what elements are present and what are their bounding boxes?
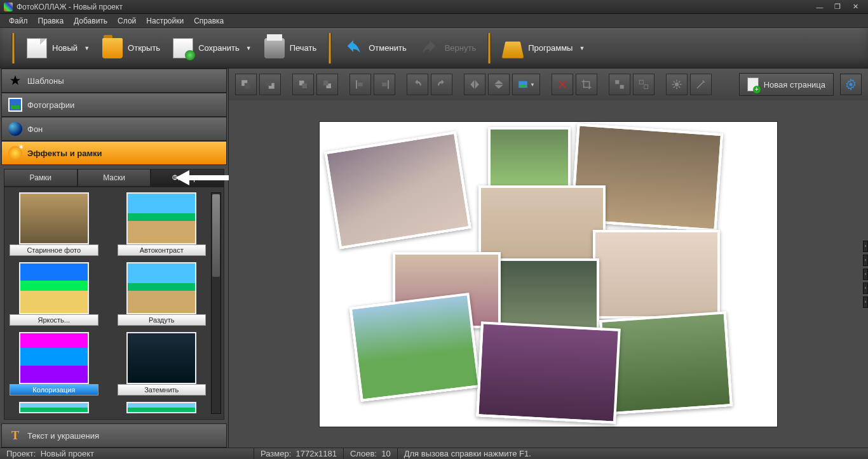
new-page-icon (747, 77, 759, 91)
flip-vertical-button[interactable] (488, 74, 510, 95)
magic-button[interactable] (690, 74, 712, 95)
filter-partial[interactable] (10, 402, 98, 413)
send-backward-button[interactable] (316, 74, 338, 95)
crop-button[interactable] (576, 74, 597, 95)
open-button[interactable]: Открыть (96, 36, 166, 61)
menu-bar: Файл Правка Добавить Слой Настройки Спра… (0, 14, 868, 28)
menu-layer[interactable]: Слой (112, 17, 141, 25)
printer-icon (264, 38, 285, 58)
programs-button[interactable]: Программы ▼ (496, 36, 591, 61)
svg-rect-8 (356, 80, 357, 89)
align-left-button[interactable] (349, 74, 371, 95)
status-project: Проект: Новый проект (0, 448, 254, 459)
filter-thumbnail (19, 262, 89, 314)
filter-partial[interactable] (118, 402, 207, 413)
undo-label: Отменить (369, 43, 406, 53)
accordion-text[interactable]: T Текст и украшения (1, 423, 227, 448)
save-button[interactable]: Сохранить ▼ (166, 36, 258, 61)
photo-icon (8, 98, 22, 112)
tab-frames[interactable]: Рамки (4, 169, 78, 187)
rotate-left-button[interactable] (407, 74, 428, 95)
group-button[interactable] (609, 74, 630, 95)
close-button[interactable]: ✕ (846, 3, 864, 11)
collage-photo[interactable] (476, 321, 621, 423)
new-label: Новый (52, 43, 78, 53)
svg-rect-5 (302, 84, 308, 89)
panel-handle[interactable]: ‹ (863, 269, 868, 280)
effects-icon (8, 146, 22, 160)
save-icon (173, 38, 193, 58)
panel-handle[interactable]: ‹ (863, 283, 868, 294)
canvas-stage[interactable]: ‹ ‹ ‹ ‹ ‹ (229, 100, 868, 448)
filters-scrollbar[interactable] (211, 192, 221, 414)
tab-filters[interactable]: Фильтры (151, 169, 224, 187)
flip-horizontal-button[interactable] (464, 74, 485, 95)
panel-handle[interactable]: ‹ (863, 241, 868, 252)
filter-old-photo[interactable]: Старинное фото (10, 192, 98, 256)
collage-photo[interactable] (593, 230, 720, 319)
collage-photo[interactable] (491, 258, 599, 331)
collage-photo[interactable] (324, 131, 471, 249)
status-help: Для вызова справки нажмите F1. (398, 448, 868, 459)
svg-rect-11 (382, 83, 387, 86)
align-right-button[interactable] (374, 74, 395, 95)
filter-thumbnail (19, 332, 89, 384)
accordion-photos[interactable]: Фотографии (1, 93, 227, 117)
filter-autocontrast[interactable]: Автоконтраст (118, 192, 207, 256)
menu-file[interactable]: Файл (4, 17, 33, 25)
globe-icon (8, 122, 22, 136)
ungroup-button[interactable] (633, 74, 654, 95)
minimize-button[interactable]: — (811, 3, 829, 11)
filter-darken[interactable]: Затемнить (118, 332, 207, 396)
collage-photo[interactable] (349, 292, 481, 401)
save-label: Сохранить (198, 43, 240, 53)
new-button[interactable]: Новый ▼ (20, 36, 96, 61)
filter-brightness[interactable]: Яркость... (10, 262, 98, 326)
accordion-effects[interactable]: Эффекты и рамки (1, 141, 227, 165)
settings-button[interactable] (666, 74, 688, 95)
new-page-button[interactable]: Новая страница (739, 73, 834, 96)
filter-thumbnail (19, 402, 89, 413)
panel-handle[interactable]: ‹ (863, 255, 868, 266)
status-bar: Проект: Новый проект Размер: 1772x1181 С… (0, 448, 868, 459)
status-layers: Слоев: 10 (344, 448, 398, 459)
accordion-background[interactable]: Фон (1, 117, 227, 141)
tab-masks[interactable]: Маски (78, 169, 151, 187)
bring-front-button[interactable] (235, 74, 257, 95)
programs-label: Программы (528, 43, 573, 53)
svg-rect-17 (644, 85, 648, 89)
collage-photo[interactable] (599, 311, 733, 415)
svg-point-18 (675, 83, 679, 86)
rotate-right-button[interactable] (431, 74, 452, 95)
menu-help[interactable]: Справка (189, 17, 229, 25)
svg-rect-9 (358, 83, 363, 86)
bring-forward-button[interactable] (292, 74, 314, 95)
scrollbar-thumb[interactable] (212, 194, 220, 277)
filter-colorize[interactable]: Колоризация (10, 332, 98, 396)
page-settings-button[interactable] (840, 74, 862, 95)
filter-thumbnail (126, 402, 196, 413)
menu-settings[interactable]: Настройки (141, 17, 189, 25)
delete-button[interactable] (552, 74, 573, 95)
maximize-button[interactable]: ❐ (829, 3, 846, 11)
collage-page[interactable] (320, 122, 777, 427)
status-project-label: Проект: (6, 449, 36, 458)
panel-handle[interactable]: ‹ (863, 296, 868, 308)
title-bar: ФотоКОЛЛАЖ - Новый проект — ❐ ✕ (0, 0, 868, 14)
undo-button[interactable]: Отменить (337, 36, 412, 61)
print-button[interactable]: Печать (258, 36, 323, 61)
filter-thumbnail (126, 192, 196, 244)
accordion-templates[interactable]: Шаблоны (1, 69, 227, 93)
menu-edit[interactable]: Правка (33, 17, 69, 25)
filter-label: Старинное фото (10, 244, 98, 256)
redo-label: Вернуть (445, 43, 477, 53)
fit-page-button[interactable]: ▼ (512, 74, 540, 95)
svg-rect-16 (639, 80, 643, 84)
status-size-label: Размер: (261, 449, 291, 458)
svg-point-19 (850, 83, 853, 86)
redo-button[interactable]: Вернуть (413, 36, 483, 61)
edit-toolbar: ▼ Новая страница (229, 69, 868, 100)
menu-add[interactable]: Добавить (69, 17, 112, 25)
send-back-button[interactable] (259, 74, 281, 95)
filter-inflate[interactable]: Раздуть (118, 262, 207, 326)
